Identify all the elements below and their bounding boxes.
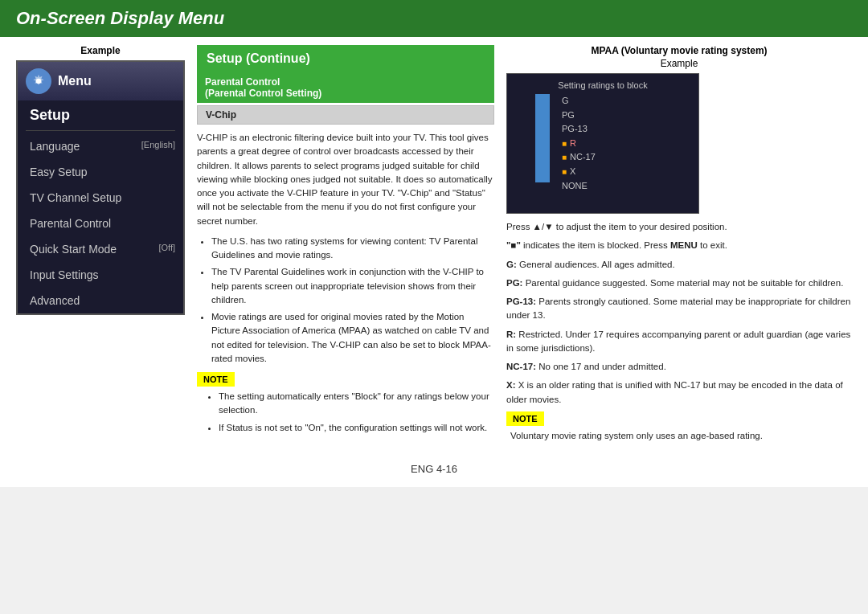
page-header: On-Screen Display Menu	[0, 0, 868, 37]
right-note-content: Voluntary movie rating system only uses …	[510, 429, 852, 443]
desc-X-text: X is an older rating that is unified wit…	[506, 380, 843, 403]
menu-title-bar: Menu	[18, 62, 183, 100]
rating-PG13: PG-13	[562, 122, 596, 137]
lock-indicator-rest: indicates the item is blocked. Press MEN…	[523, 240, 727, 250]
right-panel: MPAA (Voluntary movie rating system) Exa…	[506, 45, 852, 443]
menu-item-tv-channel-setup[interactable]: TV Channel Setup	[18, 185, 183, 211]
desc-PG13-key: PG-13:	[506, 297, 536, 306]
main-content: Example Menu Setup Language [English] Ea…	[0, 37, 868, 451]
ratings-list: G PG PG-13 ■ R ■ NC-17 ■ X NONE	[562, 94, 596, 193]
desc-R-key: R:	[506, 330, 516, 339]
menu-item-advanced[interactable]: Advanced	[18, 288, 183, 313]
note-bullet-0: The setting automatically enters "Block"…	[219, 390, 494, 418]
desc-G: G: General audiences. All ages admitted.	[506, 258, 852, 272]
mpaa-title: MPAA (Voluntary movie rating system)	[506, 45, 852, 56]
desc-PG-key: PG:	[506, 278, 522, 288]
example-label-left: Example	[16, 45, 185, 56]
vchip-bar: V-Chip	[197, 105, 494, 125]
desc-X-key: X:	[506, 380, 516, 390]
desc-PG13: PG-13: Parents strongly cautioned. Some …	[506, 295, 852, 323]
ratings-image-box: Setting ratings to block G PG PG-13 ■ R …	[506, 73, 699, 214]
page-label: ENG 4-16	[411, 463, 457, 475]
note-bullet-list: The setting automatically enters "Block"…	[207, 390, 494, 435]
desc-G-key: G:	[506, 260, 517, 269]
desc-NC17: NC-17: No one 17 and under admitted.	[506, 360, 852, 374]
rating-R: ■ R	[562, 137, 596, 151]
press-text: Press ▲/▼ to adjust the item to your des…	[506, 220, 852, 234]
note-bullet-1: If Status is not set to "On", the config…	[219, 421, 494, 435]
desc-G-text: General audiences. All ages admitted.	[519, 260, 675, 269]
ratings-blue-bar	[535, 94, 550, 182]
bullet-list: The U.S. has two rating systems for view…	[197, 235, 494, 366]
parental-control-line2: (Parental Control Setting)	[205, 88, 486, 99]
lock-icon-NC17: ■	[562, 151, 567, 164]
lock-indicator-text: "■" indicates the item is blocked. Press…	[506, 239, 852, 252]
parental-control-bar: Parental Control (Parental Control Setti…	[197, 72, 494, 103]
desc-R: R: Restricted. Under 17 requires accompa…	[506, 328, 852, 356]
note-label-right: NOTE	[506, 411, 544, 426]
middle-panel: Setup (Continue) Parental Control (Paren…	[197, 45, 494, 443]
menu-setup-label: Setup	[18, 100, 183, 128]
desc-R-text: Restricted. Under 17 requires accompanyi…	[506, 330, 850, 353]
desc-PG-text: Parental guidance suggested. Some materi…	[526, 278, 844, 288]
desc-NC17-key: NC-17:	[506, 362, 536, 371]
note-label-middle: NOTE	[197, 372, 235, 387]
menu-item-quick-start-mode[interactable]: Quick Start Mode [Off]	[18, 236, 183, 262]
setup-continue-header: Setup (Continue)	[197, 45, 494, 72]
bullet-item-1: The TV Parental Guidelines work in conju…	[211, 265, 494, 307]
menu-item-input-settings[interactable]: Input Settings	[18, 262, 183, 288]
parental-control-line1: Parental Control	[205, 76, 486, 88]
rating-NC17: ■ NC-17	[562, 150, 596, 165]
setup-icon	[26, 68, 51, 94]
desc-PG: PG: Parental guidance suggested. Some ma…	[506, 276, 852, 290]
menu-divider	[26, 130, 175, 131]
bullet-item-2: Movie ratings are used for original movi…	[211, 310, 494, 366]
menu-item-parental-control[interactable]: Parental Control	[18, 211, 183, 236]
bullet-item-0: The U.S. has two rating systems for view…	[211, 235, 494, 263]
lock-icon-X: ■	[562, 166, 567, 178]
ratings-label-top: Setting ratings to block	[507, 74, 698, 90]
setup-icon-svg	[31, 73, 47, 89]
lock-icon-R: ■	[562, 137, 567, 150]
menu-bold: MENU	[670, 240, 698, 250]
menu-item-language[interactable]: Language [English]	[18, 133, 183, 159]
rating-PG: PG	[562, 108, 596, 123]
body-text: V-CHIP is an electronic filtering device…	[197, 131, 494, 228]
menu-title-text: Menu	[58, 74, 92, 88]
page-title: On-Screen Display Menu	[16, 8, 852, 29]
example-label-right: Example	[506, 58, 852, 69]
footer: ENG 4-16	[0, 451, 868, 487]
left-panel: Example Menu Setup Language [English] Ea…	[16, 45, 185, 443]
desc-X: X: X is an older rating that is unified …	[506, 379, 852, 407]
lock-indicator-bold: "■"	[506, 240, 521, 250]
rating-G: G	[562, 94, 596, 108]
rating-X: ■ X	[562, 165, 596, 179]
menu-item-easy-setup[interactable]: Easy Setup	[18, 159, 183, 185]
ratings-bar-container: G PG PG-13 ■ R ■ NC-17 ■ X NONE	[507, 94, 698, 193]
desc-NC17-text: No one 17 and under admitted.	[538, 362, 666, 371]
rating-NONE: NONE	[562, 179, 596, 194]
desc-PG13-text: Parents strongly cautioned. Some materia…	[506, 297, 850, 320]
note-content-middle: The setting automatically enters "Block"…	[197, 390, 494, 435]
menu-box: Menu Setup Language [English] Easy Setup…	[16, 60, 185, 315]
